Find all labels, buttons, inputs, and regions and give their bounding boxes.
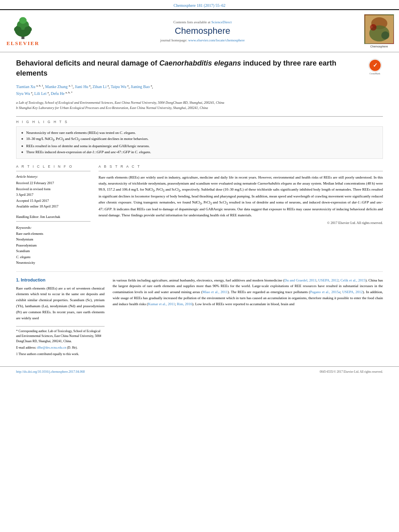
svg-point-3 xyxy=(19,17,27,24)
highlights-list: Neurotoxicity of three rare earth elemen… xyxy=(16,126,383,159)
ref-pagano[interactable]: Pagano et al., 2015a xyxy=(310,290,340,294)
ref-celik[interactable]: Celik et al., 2015 xyxy=(340,278,365,282)
highlight-1: Neurotoxicity of three rare earth elemen… xyxy=(21,130,378,136)
author-siyu: Siyu Wu a, xyxy=(16,91,34,96)
author-lili: Lili Lei a, xyxy=(34,91,51,96)
keyword-3: Praseodymium xyxy=(16,242,90,248)
author-jiani: Jiani Hu a, xyxy=(75,84,93,89)
history-label: Article history: xyxy=(16,175,90,179)
affiliation-b: b Shanghai Key Laboratory for Urban Ecol… xyxy=(16,105,383,111)
intro-heading: 1. Introduction xyxy=(16,277,105,282)
svg-point-4 xyxy=(14,27,21,33)
handling-editor: Handling Editor: Jim Lazorchak xyxy=(16,214,90,220)
doi-link[interactable]: http://dx.doi.org/10.1016/j.chemosphere.… xyxy=(16,370,85,374)
author-jianing: Jianing Bao a, xyxy=(131,84,153,89)
journal-title: Chemosphere xyxy=(46,26,359,36)
authors-section: Tiantian Xu a, b, 1, Manke Zhang a, 1, J… xyxy=(16,83,383,97)
accepted-date: Accepted 15 April 2017 xyxy=(16,198,90,203)
thumb-image xyxy=(364,14,394,44)
ref-miao[interactable]: Miao et al., 2011 xyxy=(202,290,228,294)
keyword-1: Rare earth elements xyxy=(16,231,90,236)
author-defu: Defu He a, b, * xyxy=(51,91,72,96)
copyright-line: © 2017 Elsevier Ltd. All rights reserved… xyxy=(99,221,383,225)
article-info-col: A R T I C L E I N F O Article history: R… xyxy=(16,164,90,265)
svg-point-9 xyxy=(370,24,376,31)
abstract-text: Rare earth elements (REEs) are widely us… xyxy=(99,175,383,218)
main-content: Behavioral deficits and neural damage of… xyxy=(0,52,399,366)
ref-usepa-2012b[interactable]: USEPA, 2012 xyxy=(342,290,363,294)
info-abstract-section: A R T I C L E I N F O Article history: R… xyxy=(16,164,383,265)
keywords-section: Keywords: Rare earth elements Neodymium … xyxy=(16,226,90,266)
bottom-bar: http://dx.doi.org/10.1016/j.chemosphere.… xyxy=(0,366,399,376)
article-info-label: A R T I C L E I N F O xyxy=(16,164,90,168)
intro-right-col: in various fields including agriculture,… xyxy=(113,277,383,358)
footnote-email: E-mail address: dfhe@des.ecnu.edu.cn (D.… xyxy=(16,345,105,351)
keyword-2: Neodymium xyxy=(16,236,90,242)
footnote-email-link[interactable]: dfhe@des.ecnu.edu.cn xyxy=(37,346,66,349)
crossmark-badge: ✓ CrossMark xyxy=(367,58,383,75)
highlight-4: Three REEs induced down-expression of da… xyxy=(21,149,378,155)
keyword-6: Neurotoxicity xyxy=(16,260,90,265)
keyword-4: Scandium xyxy=(16,248,90,254)
svg-point-10 xyxy=(381,31,389,39)
author-zihan: Zihan Li a, xyxy=(93,84,111,89)
citation-text: Chemosphere 181 (2017) 55–62 xyxy=(173,3,225,8)
keywords-label: Keywords: xyxy=(16,226,90,230)
elsevier-logo: ELSEVIER xyxy=(5,15,41,47)
affiliations: a Lab of Toxicology, School of Ecologica… xyxy=(16,100,383,111)
ref-du-graedel[interactable]: Du and Graedel, 2011 xyxy=(284,278,316,282)
author-tiantian: Tiantian Xu a, b, 1, xyxy=(16,84,45,89)
info-divider xyxy=(16,171,90,171)
abstract-label: A B S T R A C T xyxy=(99,164,383,168)
svg-point-5 xyxy=(25,27,32,33)
sciencedirect-line: Contents lists available at ScienceDirec… xyxy=(46,20,359,24)
journal-header: ELSEVIER Contents lists available at Sci… xyxy=(0,9,399,52)
author-taipu: Taipu Wu a, xyxy=(111,84,131,89)
article-title-section: Behavioral deficits and neural damage of… xyxy=(16,58,383,78)
homepage-link[interactable]: www.elsevier.com/locate/chemosphere xyxy=(188,38,245,42)
abstract-divider xyxy=(99,171,383,171)
citation-bar: Chemosphere 181 (2017) 55–62 xyxy=(0,0,399,9)
intro-left-col: 1. Introduction Rare earth elements (REE… xyxy=(16,277,105,358)
footnote-one: 1 These authors contributed equally to t… xyxy=(16,352,105,357)
page: Chemosphere 181 (2017) 55–62 ELSEVIER Co… xyxy=(0,0,399,532)
crossmark-icon: ✓ xyxy=(368,58,382,72)
affiliation-a: a Lab of Toxicology, School of Ecologica… xyxy=(16,100,383,105)
received-date: Received 22 February 2017 xyxy=(16,180,90,186)
divider-1 xyxy=(16,116,383,117)
thumb-label: Chemosphere xyxy=(370,45,388,48)
ref-usepa-2012[interactable]: USEPA, 2012 xyxy=(318,278,338,282)
ref-kumar[interactable]: Kumar et al., 2011 xyxy=(148,302,175,306)
highlight-3: REEs resulted in loss of dentrite and so… xyxy=(21,143,378,149)
issn-line: 0045-6535/© 2017 Elsevier Ltd. All right… xyxy=(320,370,383,374)
homepage-line: journal homepage: www.elsevier.com/locat… xyxy=(46,38,359,42)
elsevier-wordmark: ELSEVIER xyxy=(6,40,39,47)
journal-thumbnail: Chemosphere xyxy=(364,14,394,48)
svg-text:✓: ✓ xyxy=(372,62,377,68)
crossmark-label: CrossMark xyxy=(370,72,380,75)
revised-date: 3 April 2017 xyxy=(16,192,90,197)
footnote-star: * Corresponding author. Lab of Toxicolog… xyxy=(16,329,105,344)
abstract-col: A B S T R A C T Rare earth elements (REE… xyxy=(99,164,383,265)
elsevier-tree-icon xyxy=(7,15,39,39)
keywords-divider xyxy=(16,221,90,222)
ref-rim[interactable]: Rim, 2016 xyxy=(177,302,192,306)
author-manke: Manke Zhang a, 1, xyxy=(45,84,74,89)
highlights-section: H I G H L I G H T S Neurotoxicity of thr… xyxy=(16,120,383,159)
highlight-2: 10–30 mg/L NdCl3, PrCl3 and ScCl3 caused… xyxy=(21,136,378,143)
footnotes-area: * Corresponding author. Lab of Toxicolog… xyxy=(16,326,105,357)
article-title: Behavioral deficits and neural damage of… xyxy=(16,58,363,78)
intro-right-text: in various fields including agriculture,… xyxy=(113,277,383,307)
introduction-section: 1. Introduction Rare earth elements (REE… xyxy=(16,271,383,358)
received-revised-label: Received in revised form xyxy=(16,186,90,192)
keyword-5: C. elegans xyxy=(16,254,90,260)
highlights-label: H I G H L I G H T S xyxy=(16,120,383,124)
sciencedirect-link[interactable]: ScienceDirect xyxy=(212,20,232,24)
journal-header-center: Contents lists available at ScienceDirec… xyxy=(46,20,359,42)
intro-left-text: Rare earth elements (REEs) are a set of … xyxy=(16,286,105,321)
available-date: Available online 18 April 2017 xyxy=(16,203,90,209)
